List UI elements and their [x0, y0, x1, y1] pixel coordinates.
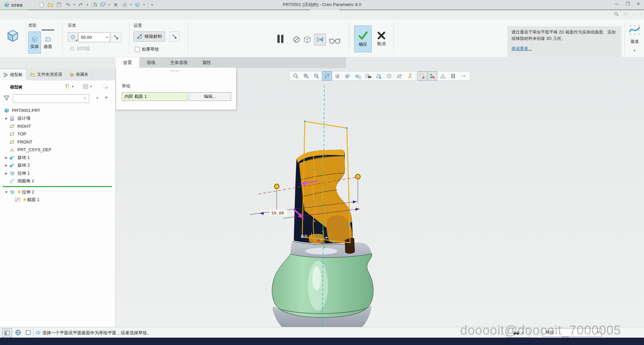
collapse-icon[interactable]: ▼: [4, 190, 9, 194]
read-more-link[interactable]: 阅读更多...: [512, 46, 532, 52]
resource-center-icon[interactable]: [623, 12, 629, 17]
display-style-icon[interactable]: [342, 71, 353, 80]
search-dropdown-icon[interactable]: ▼: [96, 97, 99, 100]
tab-model-tree[interactable]: 模型树: [0, 69, 26, 80]
insert-here-indicator[interactable]: [3, 186, 112, 187]
attached-preview-icon[interactable]: [314, 34, 326, 46]
datum-button[interactable]: 基准 ▼: [626, 21, 643, 56]
restore-icon[interactable]: ❐: [625, 1, 631, 6]
checkbox-icon[interactable]: [135, 47, 140, 52]
help-icon[interactable]: ?: [639, 12, 642, 17]
tab-properties[interactable]: 属性: [195, 57, 218, 68]
redo-dropdown-icon[interactable]: ▼: [86, 1, 89, 8]
tree-row-extrude-1[interactable]: ▶ 拉伸 1: [0, 169, 114, 177]
ok-button[interactable]: 确定: [354, 25, 372, 52]
regenerate-icon[interactable]: [90, 1, 98, 8]
add-filter-icon[interactable]: +: [105, 94, 108, 101]
close-icon[interactable]: ✕: [635, 1, 641, 6]
find-dropdown-icon[interactable]: ▼: [521, 331, 524, 334]
tab-options[interactable]: 选项: [139, 57, 163, 68]
remove-material-button[interactable]: 移除材料: [133, 32, 165, 42]
clear-search-icon[interactable]: ✕: [83, 96, 86, 101]
solid-type-button[interactable]: 实体: [28, 32, 41, 54]
depth-dimension-value[interactable]: 50.00: [271, 211, 284, 216]
view-mode-icon[interactable]: [384, 71, 394, 80]
tree-settings-icon[interactable]: ▼: [83, 83, 92, 90]
expand-icon[interactable]: ▶: [4, 156, 9, 159]
redo-icon[interactable]: [77, 1, 85, 8]
window-manager-icon[interactable]: [99, 1, 107, 8]
more-commands-icon[interactable]: ▼: [150, 1, 154, 8]
filter-dropdown-icon[interactable]: ▼: [595, 331, 601, 334]
saved-orientations-icon[interactable]: [353, 71, 363, 80]
expand-icon[interactable]: ▶: [4, 164, 9, 167]
drag-handle-left[interactable]: [274, 184, 279, 189]
tree-row-right-plane[interactable]: RIGHT: [0, 122, 114, 130]
display-style-dropdown-icon[interactable]: ▼: [142, 1, 146, 8]
tab-body-options[interactable]: 主体选项: [163, 57, 195, 68]
search-icon[interactable]: [614, 11, 619, 17]
minimize-icon[interactable]: —: [614, 1, 620, 6]
surface-type-button[interactable]: 曲面: [42, 32, 54, 54]
depth-value[interactable]: 50.00: [79, 35, 104, 40]
tab-placement[interactable]: 放置: [116, 57, 139, 68]
fullscreen-toggle-icon[interactable]: [24, 328, 32, 337]
tree-row-revolve-1[interactable]: ▶ 旋转 1: [0, 154, 114, 161]
flip-depth-direction-button[interactable]: [111, 32, 121, 42]
appearance-dropdown-icon[interactable]: ▼: [129, 1, 133, 8]
3d-notes-icon[interactable]: [438, 71, 448, 80]
tree-filters-icon[interactable]: ▼: [64, 83, 74, 90]
appearance-gallery-icon[interactable]: [120, 1, 128, 8]
tree-search-input[interactable]: [13, 94, 89, 103]
tree-row-csys[interactable]: PRT_CSYS_DEF: [0, 146, 114, 154]
open-file-icon[interactable]: [46, 1, 54, 8]
thicken-sketch-checkbox[interactable]: 加厚草绘: [135, 46, 159, 52]
pause-icon[interactable]: [275, 33, 286, 46]
tree-row-front-plane[interactable]: FRONT: [0, 138, 114, 146]
last-arrow-icon[interactable]: [459, 71, 469, 80]
tree-row-top-plane[interactable]: TOP: [0, 130, 114, 138]
datum-dropdown-icon[interactable]: ▼: [633, 49, 636, 52]
expand-icon[interactable]: ▶: [4, 117, 9, 120]
tree-row-part[interactable]: PRT0001.PRT: [0, 107, 114, 114]
verify-glasses-icon[interactable]: [328, 36, 341, 46]
tree-row-round-1[interactable]: 倒圆角 1: [0, 177, 114, 185]
window-dropdown-icon[interactable]: ▼: [107, 1, 111, 8]
refit-icon[interactable]: [291, 71, 301, 80]
csys-display-icon[interactable]: [405, 71, 415, 80]
depth-dropdown-icon[interactable]: ▼: [104, 36, 110, 39]
save-icon[interactable]: [55, 1, 63, 8]
tab-folder-browser[interactable]: 文件夹浏览器: [26, 69, 66, 80]
drag-handle-right[interactable]: [356, 174, 360, 179]
pause-updates-icon[interactable]: [448, 71, 458, 80]
sketch-view-icon[interactable]: [322, 71, 332, 80]
sketch-collector-field[interactable]: 内部 截面 1: [122, 92, 187, 101]
depth-option-button[interactable]: [68, 32, 78, 42]
tab-favorites[interactable]: 收藏夹: [66, 69, 93, 80]
capture-icon[interactable]: [363, 71, 373, 80]
tree-row-revolve-2[interactable]: ▶ 旋转 2: [0, 162, 114, 169]
show-hide-icon[interactable]: [102, 83, 109, 90]
navigator-toggle-icon[interactable]: [2, 328, 12, 337]
section-icon[interactable]: [394, 71, 405, 80]
close-window-icon[interactable]: [112, 1, 120, 8]
depth-value-combo[interactable]: 50.00 ▼: [78, 32, 110, 42]
collapse-ribbon-icon[interactable]: ⌃: [606, 12, 609, 17]
zoom-in-icon[interactable]: [301, 71, 311, 80]
undo-icon[interactable]: [64, 1, 72, 8]
shading-icon[interactable]: [332, 71, 342, 80]
selection-filter-combo[interactable]: 草绘 ▼: [543, 328, 602, 337]
selection-filter-value[interactable]: 草绘: [543, 330, 595, 335]
plane-add-icon[interactable]: [374, 71, 384, 80]
annotation-display-icon[interactable]: [417, 71, 427, 80]
tree-row-extrude-2[interactable]: ▼ 拉伸 2: [0, 188, 114, 196]
undo-dropdown-icon[interactable]: ▼: [72, 1, 76, 8]
tree-row-section-1[interactable]: 截面 1: [0, 196, 114, 204]
find-button[interactable]: ▼: [507, 328, 529, 338]
no-preview-icon[interactable]: [292, 36, 301, 45]
flip-material-side-button[interactable]: [170, 32, 179, 42]
edit-sketch-button[interactable]: 编辑...: [189, 92, 231, 101]
panel-drag-handle[interactable]: [171, 70, 179, 71]
cancel-button[interactable]: 取消: [373, 25, 390, 52]
zoom-out-icon[interactable]: [312, 71, 322, 80]
